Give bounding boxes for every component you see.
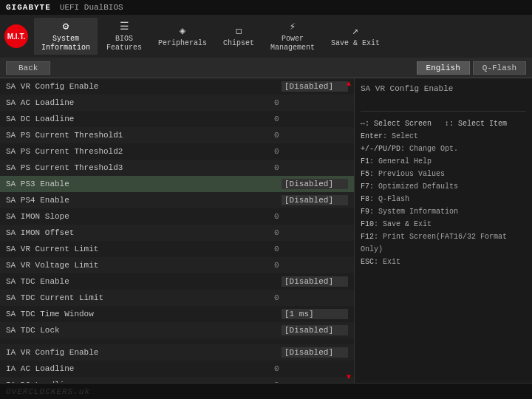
nav-chipset-label: Chipset <box>223 39 254 48</box>
item-label: SA TDC Time Window <box>6 310 282 318</box>
scroll-arrow-bottom: ▼ <box>347 373 351 381</box>
settings-item[interactable]: SA TDC Lock[Disabled] <box>0 322 354 338</box>
peripherals-icon: ◈ <box>180 24 185 37</box>
chipset-icon: ◻ <box>236 24 242 37</box>
nav-peripherals[interactable]: ◈ Peripherals <box>151 18 214 55</box>
item-value: 0 <box>274 147 348 156</box>
item-value: [Disabled] <box>282 179 348 189</box>
qflash-button[interactable]: Q-Flash <box>473 61 526 75</box>
power-management-icon: ⚡ <box>290 20 296 33</box>
item-label: IA VR Config Enable <box>6 348 282 357</box>
system-information-icon: ⚙ <box>63 20 69 33</box>
nav-bios-features[interactable]: ☰ BIOSFeatures <box>99 18 149 55</box>
settings-item[interactable]: SA PS Current Threshold20 <box>0 143 354 160</box>
settings-item[interactable]: SA IMON Slope0 <box>0 208 354 225</box>
settings-item <box>0 338 354 344</box>
item-label: SA PS Current Threshold2 <box>6 147 274 156</box>
nav-chipset[interactable]: ◻ Chipset <box>216 18 262 55</box>
nav-save-exit-label: Save & Exit <box>331 39 380 48</box>
nav-system-information[interactable]: ⚙ SystemInformation <box>34 18 98 55</box>
key-help-item: F12: Print Screen(FAT16/32 Format Only) <box>361 231 526 256</box>
item-value: 0 <box>274 381 348 383</box>
key-help-item: ESC: Exit <box>361 256 526 268</box>
scroll-arrow-top: ▲ <box>347 80 351 88</box>
uefi-label: UEFI DualBIOS <box>60 3 123 12</box>
item-label: IA DC Loadline <box>6 381 274 383</box>
item-value: 0 <box>274 364 348 373</box>
item-label: SA IMON Offset <box>6 228 274 237</box>
nav-bar: M.I.T. ⚙ SystemInformation ☰ BIOSFeature… <box>0 15 532 58</box>
item-value: 0 <box>274 131 348 140</box>
key-help-item: F7: Optimized Defaults <box>361 180 526 193</box>
item-value: 0 <box>274 228 348 237</box>
settings-item[interactable]: SA VR Current Limit0 <box>0 241 354 257</box>
settings-item[interactable]: IA VR Config Enable[Disabled] <box>0 344 354 361</box>
settings-item[interactable]: SA TDC Current Limit0 <box>0 290 354 306</box>
settings-item[interactable]: SA TDC Time Window[1 ms] <box>0 306 354 322</box>
item-value: 0 <box>274 163 348 172</box>
nav-peripherals-label: Peripherals <box>158 39 207 48</box>
settings-item[interactable]: SA IMON Offset0 <box>0 225 354 241</box>
bios-features-icon: ☰ <box>120 20 129 33</box>
settings-item[interactable]: IA DC Loadline0 <box>0 377 354 383</box>
top-bar: GIGABYTE UEFI DualBIOS <box>0 0 532 15</box>
key-help-item: Enter: Select <box>361 130 526 143</box>
item-value: 0 <box>274 98 348 107</box>
key-help-item: F8: Q-Flash <box>361 193 526 205</box>
main-content: ▲ SA VR Config Enable[Disabled]SA AC Loa… <box>0 78 532 383</box>
settings-list: SA VR Config Enable[Disabled]SA AC Loadl… <box>0 78 354 383</box>
key-help-item: F5: Previous Values <box>361 168 526 180</box>
mit-button[interactable]: M.I.T. <box>4 24 28 48</box>
item-value: [Disabled] <box>282 195 348 205</box>
item-value: 0 <box>274 115 348 123</box>
key-help-item: F9: System Information <box>361 205 526 218</box>
item-label: SA AC Loadline <box>6 98 274 107</box>
back-button[interactable]: Back <box>6 61 50 75</box>
right-panel: SA VR Config Enable ↔: Select Screen ↕: … <box>355 78 532 383</box>
item-label: SA PS Current Threshold3 <box>6 163 274 172</box>
language-button[interactable]: English <box>417 61 470 75</box>
key-help-item: F10: Save & Exit <box>361 218 526 231</box>
item-value: [Disabled] <box>282 325 348 335</box>
item-label: SA TDC Enable <box>6 277 282 286</box>
item-value: 0 <box>274 212 348 221</box>
item-value: 0 <box>274 261 348 270</box>
settings-item[interactable]: SA PS3 Enable[Disabled] <box>0 176 354 192</box>
item-value: 0 <box>274 245 348 253</box>
item-label: SA VR Config Enable <box>6 82 282 91</box>
left-panel: ▲ SA VR Config Enable[Disabled]SA AC Loa… <box>0 78 355 383</box>
key-help-item: +/-/PU/PD: Change Opt. <box>361 143 526 155</box>
action-right: English Q-Flash <box>417 61 526 75</box>
item-label: SA TDC Current Limit <box>6 293 274 302</box>
item-value: [1 ms] <box>282 309 348 319</box>
settings-item[interactable]: SA VR Config Enable[Disabled] <box>0 78 354 95</box>
settings-item[interactable]: SA DC Loadline0 <box>0 111 354 127</box>
nav-bios-features-label: BIOSFeatures <box>106 35 142 52</box>
settings-item[interactable]: SA PS4 Enable[Disabled] <box>0 192 354 208</box>
settings-item[interactable]: SA VR Voltage Limit0 <box>0 257 354 273</box>
item-label: SA VR Voltage Limit <box>6 261 274 270</box>
watermark: OVERCLOCKERS.uk <box>6 387 90 396</box>
item-label: SA PS3 Enable <box>6 180 282 188</box>
nav-power-management[interactable]: ⚡ PowerManagement <box>263 18 322 55</box>
nav-save-exit[interactable]: ↗ Save & Exit <box>324 18 387 55</box>
settings-item[interactable]: SA TDC Enable[Disabled] <box>0 273 354 290</box>
bottom-bar: OVERCLOCKERS.uk <box>0 383 532 399</box>
settings-item[interactable]: SA AC Loadline0 <box>0 95 354 111</box>
item-label: SA IMON Slope <box>6 212 274 221</box>
item-value: [Disabled] <box>282 81 348 92</box>
item-label: SA VR Current Limit <box>6 245 274 253</box>
item-value: 0 <box>274 293 348 302</box>
help-title: SA VR Config Enable <box>361 84 526 96</box>
item-value: [Disabled] <box>282 347 348 358</box>
item-label: SA DC Loadline <box>6 115 274 123</box>
save-exit-icon: ↗ <box>352 24 358 37</box>
item-value: [Disabled] <box>282 276 348 287</box>
key-help-item: F1: General Help <box>361 155 526 168</box>
key-help: ↔: Select Screen ↕: Select ItemEnter: Se… <box>361 117 526 268</box>
settings-item[interactable]: SA PS Current Threshold30 <box>0 160 354 176</box>
item-label: SA TDC Lock <box>6 326 282 335</box>
settings-item[interactable]: IA AC Loadline0 <box>0 361 354 377</box>
nav-power-management-label: PowerManagement <box>270 35 315 52</box>
settings-item[interactable]: SA PS Current Threshold10 <box>0 127 354 143</box>
